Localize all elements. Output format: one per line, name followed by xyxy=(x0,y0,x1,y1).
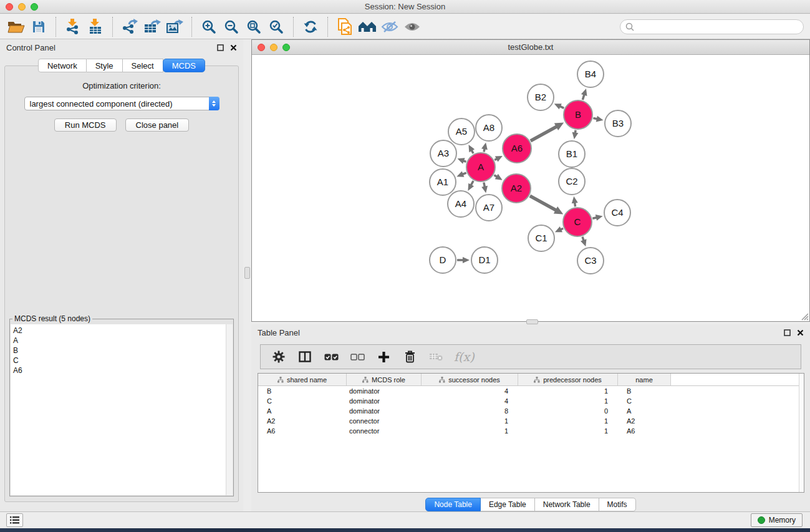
memory-button[interactable]: Memory xyxy=(751,513,803,527)
edge-A6-B[interactable] xyxy=(531,126,557,141)
horizontal-splitter-handle[interactable] xyxy=(526,319,538,324)
open-session-button[interactable] xyxy=(5,16,27,38)
export-table-button[interactable] xyxy=(141,16,163,38)
function-builder-button[interactable]: f(x) xyxy=(454,347,475,366)
vertical-splitter-handle[interactable] xyxy=(244,267,250,279)
network-node-C[interactable]: C xyxy=(563,208,592,236)
network-node-A[interactable]: A xyxy=(466,153,495,181)
search-input[interactable] xyxy=(637,22,803,31)
zoom-fit-icon xyxy=(246,19,261,34)
show-column-button[interactable] xyxy=(297,347,313,366)
network-canvas[interactable]: B4B2BB3A5A8A3A6AB1A1C2A2A4A7CC4C1C3DD1 xyxy=(252,55,809,321)
close-panel-button[interactable]: Close panel xyxy=(125,118,190,132)
unchecked-boxes-icon xyxy=(350,354,365,360)
delete-table-button[interactable] xyxy=(428,347,444,366)
zoom-selected-button[interactable] xyxy=(265,16,287,38)
network-node-B2[interactable]: B2 xyxy=(528,84,554,110)
network-node-C3[interactable]: C3 xyxy=(577,248,604,274)
delete-column-button[interactable] xyxy=(402,347,418,366)
close-panel-icon[interactable] xyxy=(797,329,804,336)
close-panel-icon[interactable] xyxy=(230,44,237,51)
table-row[interactable]: Cdominator41C xyxy=(258,396,804,406)
float-panel-icon[interactable] xyxy=(217,44,224,51)
network-node-B3[interactable]: B3 xyxy=(605,110,631,137)
new-network-from-selection-button[interactable] xyxy=(334,16,356,38)
network-node-A2[interactable]: A2 xyxy=(502,174,531,203)
tab-network[interactable]: Network xyxy=(38,59,87,72)
float-panel-icon[interactable] xyxy=(784,329,791,336)
network-node-A7[interactable]: A7 xyxy=(476,195,502,221)
network-node-A1[interactable]: A1 xyxy=(430,169,456,195)
mcds-result-list[interactable]: A2ABCA6 xyxy=(11,324,226,495)
network-node-A3[interactable]: A3 xyxy=(430,140,456,167)
refresh-button[interactable] xyxy=(299,16,322,38)
hide-graphics-details-button[interactable] xyxy=(378,16,401,38)
search-box[interactable] xyxy=(620,19,804,34)
edge-arrowhead xyxy=(595,215,603,221)
table-cell: C xyxy=(618,397,671,405)
column-header-successor-nodes[interactable]: successor nodes xyxy=(422,374,518,385)
column-header-shared-name[interactable]: shared name xyxy=(258,374,347,385)
table-cell: dominator xyxy=(347,397,422,405)
network-node-D[interactable]: D xyxy=(430,247,456,273)
export-network-button[interactable] xyxy=(118,16,141,38)
resize-grip-icon[interactable] xyxy=(800,312,809,321)
table-scrollbar[interactable] xyxy=(799,374,804,492)
mcds-result-item[interactable]: A6 xyxy=(13,365,226,375)
network-node-C1[interactable]: C1 xyxy=(528,225,554,251)
tab-motifs[interactable]: Motifs xyxy=(599,498,636,511)
network-node-B4[interactable]: B4 xyxy=(577,61,604,87)
network-node-B1[interactable]: B1 xyxy=(559,141,585,167)
export-table-icon xyxy=(143,19,161,35)
tab-node-table[interactable]: Node Table xyxy=(425,498,481,511)
network-node-D1[interactable]: D1 xyxy=(471,247,498,273)
zoom-out-button[interactable] xyxy=(220,16,243,38)
table-row[interactable]: Bdominator41B xyxy=(258,386,804,396)
tab-style[interactable]: Style xyxy=(87,59,123,72)
edge-arrowhead xyxy=(481,186,488,193)
table-row[interactable]: A2connector11A2 xyxy=(258,416,804,426)
mcds-result-item[interactable]: C xyxy=(13,355,226,365)
network-node-B[interactable]: B xyxy=(564,100,592,129)
deselect-all-button[interactable] xyxy=(349,347,365,366)
import-network-button[interactable] xyxy=(62,16,84,38)
column-header-predecessor-nodes[interactable]: predecessor nodes xyxy=(518,374,618,385)
zoom-fit-button[interactable] xyxy=(243,16,265,38)
node-table: shared nameMCDS rolesuccessor nodesprede… xyxy=(258,373,804,493)
tab-network-table[interactable]: Network Table xyxy=(535,498,599,511)
network-node-C2[interactable]: C2 xyxy=(559,168,585,195)
show-all-networks-button[interactable] xyxy=(356,16,378,38)
column-header-MCDS-role[interactable]: MCDS role xyxy=(347,374,422,385)
network-node-A8[interactable]: A8 xyxy=(476,115,502,141)
mcds-result-item[interactable]: A2 xyxy=(13,326,226,336)
mcds-list-scrollbar[interactable] xyxy=(226,324,233,495)
network-node-A6[interactable]: A6 xyxy=(503,134,531,163)
table-settings-button[interactable] xyxy=(271,347,287,366)
tab-select[interactable]: Select xyxy=(123,59,163,72)
mcds-result-item[interactable]: B xyxy=(13,346,226,355)
optimization-criterion-select[interactable]: largest connected component (directed) xyxy=(24,97,219,110)
import-table-button[interactable] xyxy=(84,16,107,38)
network-node-A4[interactable]: A4 xyxy=(448,191,474,217)
create-column-button[interactable] xyxy=(375,347,392,366)
toolbar-separator xyxy=(191,17,192,37)
tab-edge-table[interactable]: Edge Table xyxy=(481,498,535,511)
node-label: C3 xyxy=(584,255,596,266)
run-mcds-button[interactable]: Run MCDS xyxy=(54,118,117,132)
table-row[interactable]: A6connector11A6 xyxy=(258,426,804,436)
export-image-button[interactable] xyxy=(163,16,186,38)
network-node-A5[interactable]: A5 xyxy=(448,118,475,145)
select-all-button[interactable] xyxy=(323,347,339,366)
export-image-icon xyxy=(166,19,183,35)
mcds-result-item[interactable]: A xyxy=(13,336,226,346)
tab-mcds[interactable]: MCDS xyxy=(163,59,205,72)
column-header-name[interactable]: name xyxy=(618,374,671,385)
edge-A2-C[interactable] xyxy=(530,196,557,211)
network-node-C4[interactable]: C4 xyxy=(604,200,630,226)
table-cell: 1 xyxy=(518,397,618,405)
save-session-button[interactable] xyxy=(27,16,50,38)
show-graphics-details-button[interactable] xyxy=(401,16,423,38)
zoom-in-button[interactable] xyxy=(198,16,220,38)
table-row[interactable]: Adominator80A xyxy=(258,406,804,416)
task-history-button[interactable] xyxy=(6,513,23,527)
